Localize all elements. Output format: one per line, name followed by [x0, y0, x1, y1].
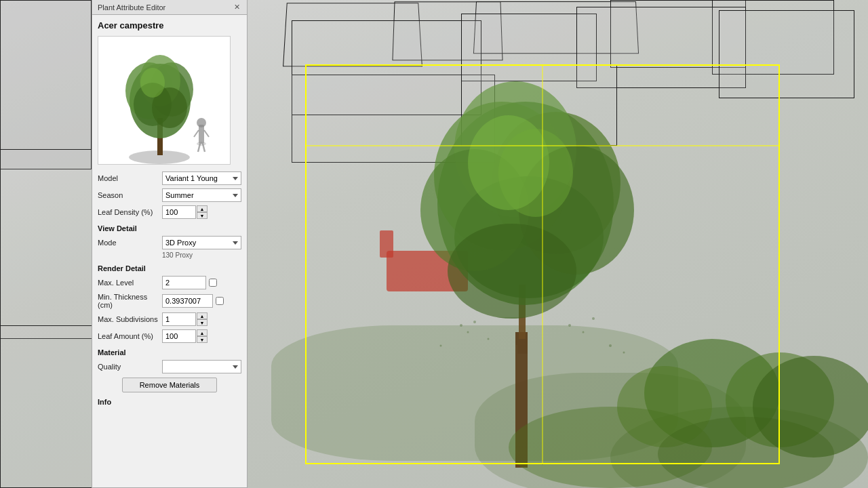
quality-select[interactable]: Low Medium High — [162, 360, 241, 373]
max-subdivisions-row: Max. Subdivisions ▲ ▼ — [98, 312, 241, 326]
max-level-input[interactable] — [162, 276, 206, 289]
leaf-amount-decrement[interactable]: ▼ — [197, 336, 208, 343]
model-row: Model Variant 1 Young Variant 2 Variant … — [98, 171, 241, 185]
leaf-amount-input[interactable] — [162, 329, 196, 343]
preview-tree-svg — [98, 37, 231, 165]
max-subdivisions-input[interactable] — [162, 312, 196, 326]
panel-title: Plant Attribute Editor — [98, 3, 165, 12]
plant-attribute-editor-panel: Plant Attribute Editor ✕ Acer campestre — [92, 0, 248, 488]
season-select[interactable]: Summer Spring Autumn Winter — [162, 188, 241, 202]
info-title: Info — [98, 398, 241, 406]
quality-label: Quality — [98, 363, 162, 371]
proxy-badge: 130 Proxy — [162, 251, 193, 259]
svg-line-44 — [194, 130, 199, 137]
leaf-density-increment[interactable]: ▲ — [197, 205, 208, 212]
tree-preview — [98, 36, 231, 165]
panel-title-bar: Plant Attribute Editor ✕ — [92, 0, 247, 15]
leaf-amount-label: Leaf Amount (%) — [98, 332, 162, 340]
leaf-density-spinner-buttons: ▲ ▼ — [197, 205, 208, 219]
leaf-density-input[interactable]: 100 — [162, 205, 196, 219]
leaf-amount-increment[interactable]: ▲ — [197, 329, 208, 336]
min-thickness-input[interactable] — [162, 294, 213, 308]
panel-close-button[interactable]: ✕ — [233, 3, 241, 12]
svg-rect-40 — [199, 125, 204, 144]
svg-point-38 — [140, 68, 165, 98]
leaf-density-decrement[interactable]: ▼ — [197, 212, 208, 219]
panel-content: Acer campestre — [92, 15, 247, 487]
model-select[interactable]: Variant 1 Young Variant 2 Variant 3 — [162, 171, 241, 185]
svg-point-41 — [197, 118, 206, 127]
mode-row: Mode 3D Proxy 2D Billboard — [98, 236, 241, 249]
max-subdivisions-label: Max. Subdivisions — [98, 315, 162, 323]
max-level-checkbox[interactable] — [209, 279, 217, 287]
season-label: Season — [98, 191, 162, 199]
leaf-density-spinner: 100 ▲ ▼ — [162, 205, 208, 219]
max-subdivisions-spinner-buttons: ▲ ▼ — [197, 312, 208, 326]
remove-materials-button[interactable]: Remove Materials — [122, 378, 217, 392]
model-label: Model — [98, 174, 162, 182]
leaf-density-label: Leaf Density (%) — [98, 208, 162, 216]
leaf-amount-spinner-buttons: ▲ ▼ — [197, 329, 208, 343]
min-thickness-checkbox[interactable] — [216, 297, 224, 305]
min-thickness-row: Min. Thickness (cm) — [98, 293, 241, 309]
max-level-label: Max. Level — [98, 279, 162, 287]
max-subdivisions-increment[interactable]: ▲ — [197, 312, 208, 319]
view-detail-title: View Detail — [98, 224, 241, 232]
material-title: Material — [98, 348, 241, 357]
leaf-amount-row: Leaf Amount (%) ▲ ▼ — [98, 329, 241, 343]
proxy-badge-row: 130 Proxy — [162, 251, 241, 259]
leaf-density-row: Leaf Density (%) 100 ▲ ▼ — [98, 205, 241, 219]
mode-label: Mode — [98, 239, 162, 247]
plant-name: Acer campestre — [98, 20, 241, 30]
quality-row: Quality Low Medium High — [98, 360, 241, 373]
render-detail-title: Render Detail — [98, 264, 241, 272]
mode-select[interactable]: 3D Proxy 2D Billboard — [162, 236, 241, 249]
max-level-row: Max. Level — [98, 276, 241, 289]
leaf-amount-spinner: ▲ ▼ — [162, 329, 208, 343]
selection-box — [305, 64, 780, 464]
season-row: Season Summer Spring Autumn Winter — [98, 188, 241, 202]
min-thickness-label: Min. Thickness (cm) — [98, 293, 162, 309]
svg-line-45 — [204, 130, 209, 137]
max-subdivisions-decrement[interactable]: ▼ — [197, 319, 208, 326]
max-subdivisions-spinner: ▲ ▼ — [162, 312, 208, 326]
